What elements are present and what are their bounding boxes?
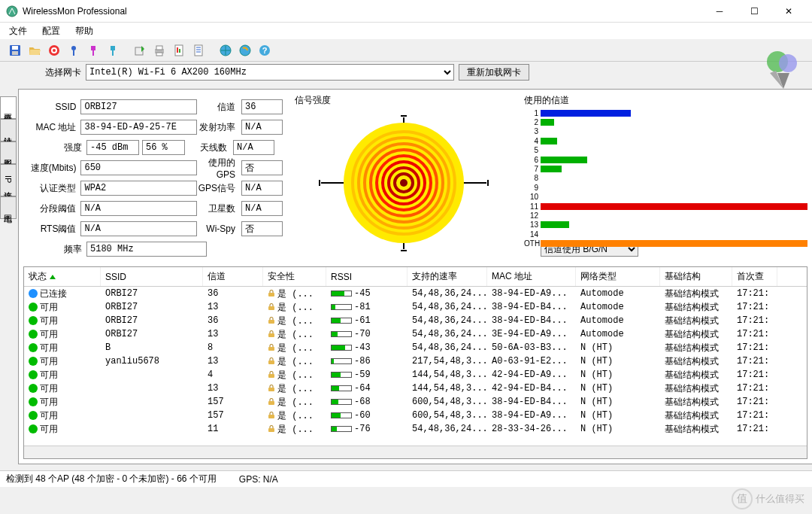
status-dot-icon xyxy=(29,316,38,325)
tab-stats[interactable]: 统计 xyxy=(0,119,17,141)
minimize-button[interactable]: ─ xyxy=(702,0,737,23)
cell-security: 是 (... xyxy=(263,409,326,422)
rssi-bar-icon xyxy=(331,358,352,364)
th-infra[interactable]: 基础结构 xyxy=(660,267,732,286)
rts-field[interactable] xyxy=(80,221,197,236)
gps-signal-field[interactable] xyxy=(241,181,283,196)
channel-field[interactable] xyxy=(241,99,283,114)
auth-field[interactable] xyxy=(80,181,197,196)
svg-point-23 xyxy=(779,54,797,72)
channel-number: 3 xyxy=(524,127,541,135)
frag-field[interactable] xyxy=(80,201,197,216)
list-icon[interactable] xyxy=(189,41,208,59)
channel-bar-row: 8 xyxy=(524,174,807,183)
cell-time: 17:21: xyxy=(732,397,777,407)
th-mac[interactable]: MAC 地址 xyxy=(487,267,576,286)
channel-number: 4 xyxy=(524,137,541,145)
antenna1-icon[interactable] xyxy=(65,41,83,59)
mac-field[interactable] xyxy=(80,120,197,135)
cell-ssid: ORBI27 xyxy=(101,288,203,299)
channel-bar xyxy=(541,240,807,247)
cell-nettype: N (HT) xyxy=(576,410,660,421)
horizontal-scrollbar[interactable] xyxy=(24,446,807,458)
th-rssi[interactable]: RSSI xyxy=(326,267,408,286)
th-security[interactable]: 安全性 xyxy=(263,267,326,286)
th-ssid[interactable]: SSID xyxy=(101,267,203,286)
cell-nettype: N (HT) xyxy=(576,397,660,407)
status-dot-icon xyxy=(29,370,38,379)
txpower-label: 发射功率 xyxy=(197,121,238,134)
close-button[interactable]: ✕ xyxy=(771,0,806,23)
cell-nettype: N (HT) xyxy=(576,342,660,353)
tab-ipconn[interactable]: IP 连接 xyxy=(0,164,17,196)
th-time[interactable]: 首次查 xyxy=(732,267,777,286)
table-row[interactable]: 可用ORBI2713是 (... -7054,48,36,24...3E-94-… xyxy=(24,327,807,341)
tab-graph[interactable]: 图形 xyxy=(0,141,17,164)
help-icon[interactable]: ? xyxy=(256,41,274,59)
antenna-field[interactable] xyxy=(233,140,274,155)
tab-map[interactable]: 地图 xyxy=(0,196,17,219)
cell-security: 是 (... xyxy=(263,315,326,327)
channel-bar-row: 3 xyxy=(524,127,807,136)
freq-field[interactable] xyxy=(86,242,207,257)
table-row[interactable]: 可用B8是 (... -4354,48,36,24...50-6A-03-B3.… xyxy=(24,341,807,354)
globe-icon[interactable] xyxy=(217,41,235,59)
network-table: 状态 SSID 信道 安全性 RSSI 支持的速率 MAC 地址 网络类型 基础… xyxy=(23,266,807,459)
app-icon xyxy=(6,5,18,17)
lock-icon xyxy=(268,330,275,338)
channel-bar-row: 5 xyxy=(524,146,807,155)
th-channel[interactable]: 信道 xyxy=(203,267,263,286)
table-row[interactable]: 可用157是 (... -68600,54,48,3...38-94-ED-B4… xyxy=(24,395,807,409)
nic-select[interactable]: Intel(R) Wi-Fi 6 AX200 160MHz xyxy=(86,64,454,81)
menu-config[interactable]: 配置 xyxy=(39,23,63,39)
lock-icon xyxy=(268,344,275,351)
svg-rect-16 xyxy=(179,49,180,53)
target-icon[interactable] xyxy=(45,41,63,59)
antenna-label: 天线数 xyxy=(185,141,230,154)
export1-icon[interactable] xyxy=(131,41,149,59)
toolbar: ? xyxy=(0,39,812,62)
cell-channel: 13 xyxy=(203,383,263,394)
th-nettype[interactable]: 网络类型 xyxy=(576,267,660,286)
channel-number: 2 xyxy=(524,118,541,126)
txpower-field[interactable] xyxy=(241,120,283,135)
ssid-field[interactable] xyxy=(80,99,197,114)
channel-bar-row: 4 xyxy=(524,136,807,145)
cell-channel: 13 xyxy=(203,302,263,312)
antenna3-icon[interactable] xyxy=(104,41,122,59)
lock-icon xyxy=(268,357,275,365)
cell-rate: 54,48,36,24... xyxy=(408,329,487,339)
save-icon[interactable] xyxy=(6,41,24,59)
globe-refresh-icon[interactable] xyxy=(236,41,254,59)
print-icon[interactable] xyxy=(150,41,168,59)
wispy-field[interactable] xyxy=(241,221,283,236)
table-row[interactable]: 可用yanliu567813是 (... -86217,54,48,3...A0… xyxy=(24,354,807,368)
table-row[interactable]: 已连接ORBI2736是 (... -4554,48,36,24...38-94… xyxy=(24,287,807,300)
th-rate[interactable]: 支持的速率 xyxy=(408,267,487,286)
svg-point-6 xyxy=(53,49,56,52)
th-status[interactable]: 状态 xyxy=(24,267,101,286)
gps-used-field[interactable] xyxy=(241,160,283,175)
tab-summary[interactable]: 概要 xyxy=(0,96,17,119)
table-row[interactable]: 可用ORBI2736是 (... -6154,48,36,24...38-94-… xyxy=(24,314,807,327)
menu-help[interactable]: 帮助 xyxy=(72,23,96,39)
reload-nic-button[interactable]: 重新加载网卡 xyxy=(459,64,529,81)
table-row[interactable]: 可用ORBI2713是 (... -8154,48,36,24...38-94-… xyxy=(24,300,807,314)
antenna2-icon[interactable] xyxy=(84,41,102,59)
cell-ssid: ORBI27 xyxy=(101,302,203,312)
table-row[interactable]: 可用13是 (... -64144,54,48,3...42-94-ED-B4.… xyxy=(24,382,807,395)
maximize-button[interactable]: ☐ xyxy=(737,0,771,23)
open-icon[interactable] xyxy=(26,41,44,59)
table-row[interactable]: 可用4是 (... -59144,54,48,3...42-94-ED-A9..… xyxy=(24,368,807,382)
satellites-field[interactable] xyxy=(241,201,283,216)
strength-pct-field[interactable] xyxy=(142,140,185,155)
speed-field[interactable] xyxy=(80,160,197,175)
strength-field[interactable] xyxy=(86,140,139,155)
menu-file[interactable]: 文件 xyxy=(6,23,30,39)
table-row[interactable]: 可用157是 (... -60600,54,48,3...38-94-ED-A9… xyxy=(24,409,807,422)
table-body: 已连接ORBI2736是 (... -4554,48,36,24...38-94… xyxy=(24,287,807,446)
report-icon[interactable] xyxy=(170,41,188,59)
cell-channel: 4 xyxy=(203,370,263,380)
auth-label: 认证类型 xyxy=(23,182,80,195)
table-row[interactable]: 可用11是 (... -7654,48,36,24...28-33-34-26.… xyxy=(24,422,807,436)
